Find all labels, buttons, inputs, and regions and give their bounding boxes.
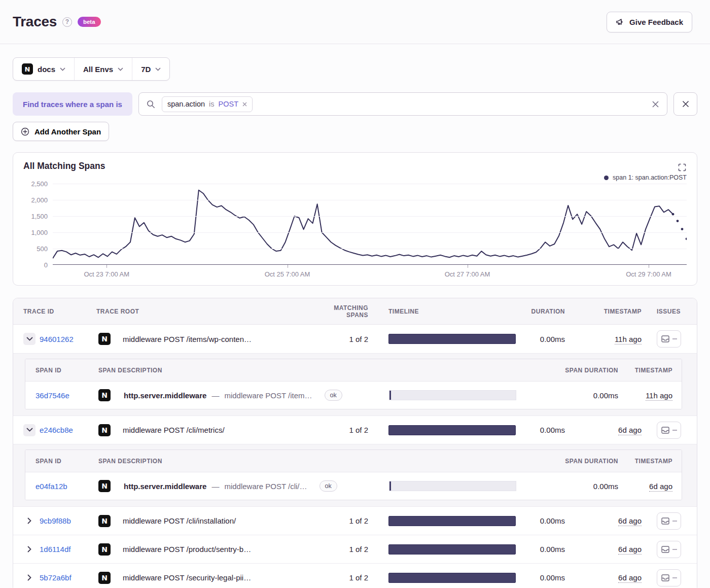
span-row[interactable]: 36d7546e N http.server.middleware — midd… (25, 382, 682, 409)
span-status-badge[interactable]: ok (325, 390, 342, 401)
expand-trace-chevron[interactable] (23, 543, 36, 556)
trace-id-link[interactable]: 94601262 (40, 335, 74, 343)
traces-table: TRACE ID TRACE ROOT MATCHING SPANS TIMEL… (13, 298, 697, 588)
expand-trace-chevron[interactable] (23, 515, 36, 527)
trace-issues-button[interactable] (657, 330, 681, 348)
trace-row[interactable]: 1d6114df N middleware POST /product/sent… (13, 535, 697, 563)
trace-row[interactable]: e246cb8e N middleware POST /cli/metrics/… (13, 416, 697, 444)
page-filter-bar: N docs All Envs 7D (13, 57, 170, 81)
trace-timeline-bar[interactable] (388, 516, 516, 526)
col-header-matching-spans: MATCHING SPANS (322, 304, 368, 319)
clear-search-icon[interactable] (652, 100, 659, 108)
traces-table-header: TRACE ID TRACE ROOT MATCHING SPANS TIMEL… (13, 298, 697, 325)
span-timeline-bar[interactable] (389, 390, 516, 400)
token-remove-icon[interactable] (242, 102, 247, 107)
trace-row[interactable]: 9cb9f88b N middleware POST /cli/installa… (13, 506, 697, 535)
span-timestamp-value[interactable]: 6d ago (649, 482, 672, 492)
span-description-label: middleware POST /cli/… (224, 482, 307, 491)
spans-line-chart (53, 184, 687, 265)
trace-id-link[interactable]: 1d6114df (40, 545, 70, 554)
issues-inbox-icon (661, 517, 669, 525)
chart-y-axis: 05001,0001,5002,0002,500 (23, 184, 53, 265)
x-axis-tick (468, 265, 468, 268)
trace-timeline-bar[interactable] (388, 425, 516, 435)
x-axis-tick-label: Oct 27 7:00 AM (445, 270, 490, 278)
trace-id-link[interactable]: 9cb9f88b (40, 516, 71, 525)
trace-id-link[interactable]: 5b72a6bf (40, 573, 72, 582)
span-timestamp-value[interactable]: 11h ago (646, 391, 672, 401)
environment-filter[interactable]: All Envs (74, 58, 132, 80)
nextjs-platform-icon: N (98, 572, 111, 584)
token-operator: is (209, 100, 214, 108)
y-axis-tick-label: 2,500 (31, 180, 48, 188)
legend-dot-icon (604, 176, 609, 180)
chart-plot[interactable]: span 1: span.action:POST (53, 184, 687, 265)
environment-filter-label: All Envs (83, 65, 113, 74)
trace-timestamp-value[interactable]: 6d ago (618, 573, 642, 583)
span-row[interactable]: e04fa12b N http.server.middleware — midd… (25, 472, 682, 500)
expand-trace-chevron[interactable] (23, 572, 36, 584)
plus-circle-icon (21, 127, 29, 136)
trace-issues-button[interactable] (657, 541, 681, 558)
span-status-badge[interactable]: ok (320, 480, 337, 492)
span-id-link[interactable]: 36d7546e (36, 391, 69, 400)
spans-sub-table: SPAN ID SPAN DESCRIPTION SPAN DURATION T… (25, 359, 682, 409)
trace-row[interactable]: 5b72a6bf N middleware POST /security-leg… (13, 563, 697, 588)
trace-issues-button[interactable] (657, 422, 681, 439)
trace-timestamp-value[interactable]: 6d ago (618, 545, 642, 555)
trace-timestamp-value[interactable]: 6d ago (618, 426, 642, 435)
col-header-timestamp: TIMESTAMP (565, 308, 642, 315)
col-header-trace-id: TRACE ID (23, 308, 96, 315)
chevron-down-icon (155, 67, 161, 71)
x-axis-tick-label: Oct 25 7:00 AM (265, 270, 310, 278)
col-header-trace-root: TRACE ROOT (96, 308, 322, 315)
y-axis-tick-label: 2,000 (31, 196, 48, 204)
beta-badge: beta (78, 17, 101, 27)
trace-root-label: middleware POST /cli/metrics/ (120, 426, 322, 434)
y-axis-tick-label: 500 (37, 245, 48, 253)
give-feedback-button[interactable]: Give Feedback (607, 12, 692, 32)
span-duration-value: 0.00ms (516, 482, 618, 491)
project-filter[interactable]: N docs (13, 58, 74, 80)
no-issues-dash-icon (672, 577, 677, 578)
trace-duration-value: 0.00ms (516, 426, 565, 434)
expand-trace-chevron[interactable] (23, 333, 36, 345)
trace-issues-button[interactable] (657, 512, 681, 530)
col-header-span-description: SPAN DESCRIPTION (98, 367, 369, 374)
matching-spans-value: 1 of 2 (322, 573, 368, 582)
span-search-input[interactable]: span.action is POST (138, 92, 667, 116)
span-timeline-bar[interactable] (389, 481, 516, 491)
expand-trace-chevron[interactable] (23, 424, 36, 436)
span-id-link[interactable]: e04fa12b (36, 482, 67, 491)
trace-timestamp-value[interactable]: 11h ago (615, 335, 642, 344)
trace-row[interactable]: 94601262 N middleware POST /items/wp-con… (13, 325, 697, 353)
help-icon[interactable]: ? (62, 17, 72, 27)
filter-token-span-action[interactable]: span.action is POST (162, 96, 253, 112)
find-traces-label: Find traces where a span is (13, 92, 132, 116)
trace-root-label: middleware POST /items/wp-conten… (120, 335, 322, 343)
traces-table-body: 94601262 N middleware POST /items/wp-con… (13, 325, 697, 588)
trace-issues-button[interactable] (657, 569, 681, 586)
trace-timeline-bar[interactable] (388, 573, 516, 583)
add-another-span-button[interactable]: Add Another Span (13, 122, 109, 141)
expand-chart-button[interactable] (678, 163, 686, 171)
token-key: span.action (167, 100, 205, 108)
trace-timestamp-value[interactable]: 6d ago (618, 516, 642, 526)
trace-duration-value: 0.00ms (516, 545, 565, 554)
date-range-filter[interactable]: 7D (132, 58, 169, 80)
trace-id-link[interactable]: e246cb8e (40, 426, 73, 434)
trace-timeline-bar[interactable] (388, 544, 516, 555)
trace-timeline-bar[interactable] (388, 334, 516, 344)
nextjs-project-icon: N (22, 63, 33, 75)
separator-dash: — (211, 391, 219, 400)
remove-span-filter-button[interactable] (673, 92, 697, 116)
trace-expansion-panel: SPAN ID SPAN DESCRIPTION SPAN DURATION T… (13, 353, 697, 416)
y-axis-tick-label: 1,500 (31, 213, 48, 220)
x-axis-tick (649, 265, 649, 268)
project-filter-label: docs (38, 65, 55, 74)
issues-inbox-icon (661, 335, 669, 342)
chevron-right-icon (27, 517, 32, 524)
gridline (53, 232, 687, 233)
add-another-span-label: Add Another Span (34, 127, 101, 136)
span-query-row: Find traces where a span is span.action … (13, 92, 697, 116)
